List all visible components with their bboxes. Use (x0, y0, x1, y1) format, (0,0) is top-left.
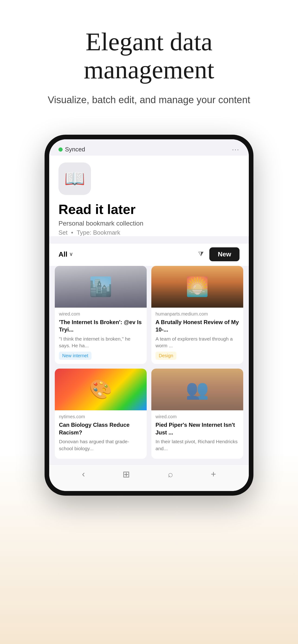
hero-subtitle: Visualize, batch edit, and manage your c… (19, 93, 279, 107)
filter-right: ⧩ New (198, 247, 239, 261)
card-image-3 (55, 368, 147, 410)
meta-set: Set (59, 229, 68, 236)
card-excerpt: "I think the internet is broken," he say… (59, 336, 143, 349)
card-item[interactable]: humanparts.medium.com A Brutally Honest … (151, 266, 243, 364)
card-image-1 (55, 266, 147, 308)
new-button[interactable]: New (209, 247, 239, 261)
more-button[interactable]: ··· (232, 146, 239, 153)
grid-button[interactable]: ⊞ (123, 469, 130, 480)
card-tag: Design (155, 352, 176, 360)
meta-type: Type: Bookmark (77, 229, 120, 236)
hero-section: Elegant data management Visualize, batch… (0, 0, 298, 121)
app-content: 📖 Read it later Personal bookmark collec… (49, 156, 249, 236)
card-title: Can Biology Class Reduce Racism? (59, 421, 143, 436)
card-item[interactable]: wired.com 'The Internet Is Broken': @ev … (55, 266, 147, 364)
sync-label: Synced (65, 146, 85, 153)
status-bar: Synced ··· (49, 139, 249, 156)
phone-screen: Synced ··· 📖 Read it later Personal book… (49, 139, 249, 491)
card-grid: wired.com 'The Internet Is Broken': @ev … (49, 266, 249, 464)
card-body-2: humanparts.medium.com A Brutally Honest … (151, 308, 243, 364)
filter-all-button[interactable]: All ∨ (59, 250, 73, 258)
collection-title: Read it later (59, 202, 239, 217)
add-button[interactable]: + (211, 469, 216, 479)
card-source: wired.com (59, 311, 143, 317)
bottom-nav: ‹ ⊞ ⌕ + (49, 464, 249, 491)
card-image-2 (151, 266, 243, 308)
card-item[interactable]: nytimes.com Can Biology Class Reduce Rac… (55, 368, 147, 459)
search-button[interactable]: ⌕ (168, 469, 173, 479)
phone-wrapper: Synced ··· 📖 Read it later Personal book… (45, 135, 253, 496)
hero-title: Elegant data management (19, 28, 279, 84)
back-button[interactable]: ‹ (82, 469, 85, 479)
card-tag: New internet (59, 352, 91, 360)
card-title: 'The Internet Is Broken': @ev Is Tryi... (59, 318, 143, 334)
filter-bar: All ∨ ⧩ New (49, 244, 249, 266)
filter-sliders-icon[interactable]: ⧩ (198, 250, 204, 258)
card-excerpt: In their latest pivot, Richard Hendricks… (155, 438, 239, 452)
card-excerpt: A team of explorers travel through a wor… (155, 336, 239, 349)
sync-dot (59, 148, 63, 152)
app-icon: 📖 (59, 162, 91, 195)
collection-meta: Set • Type: Bookmark (59, 229, 239, 236)
chevron-down-icon: ∨ (69, 251, 73, 257)
card-excerpt: Donovan has argued that grade-school bio… (59, 438, 143, 452)
sync-indicator: Synced (59, 146, 85, 153)
card-image-4 (151, 368, 243, 410)
card-item[interactable]: wired.com Pied Piper's New Internet Isn'… (151, 368, 243, 459)
meta-dot: • (71, 229, 73, 236)
filter-label: All (59, 250, 67, 258)
collection-desc: Personal bookmark collection (59, 220, 239, 227)
card-title: A Brutally Honest Review of My 10-... (155, 318, 239, 334)
card-source: nytimes.com (59, 414, 143, 419)
card-source: humanparts.medium.com (155, 311, 239, 317)
card-title: Pied Piper's New Internet Isn't Just ... (155, 421, 239, 436)
card-body-4: wired.com Pied Piper's New Internet Isn'… (151, 410, 243, 459)
phone-frame: Synced ··· 📖 Read it later Personal book… (45, 135, 253, 496)
card-body-1: wired.com 'The Internet Is Broken': @ev … (55, 308, 147, 364)
card-body-3: nytimes.com Can Biology Class Reduce Rac… (55, 410, 147, 459)
card-source: wired.com (155, 414, 239, 419)
